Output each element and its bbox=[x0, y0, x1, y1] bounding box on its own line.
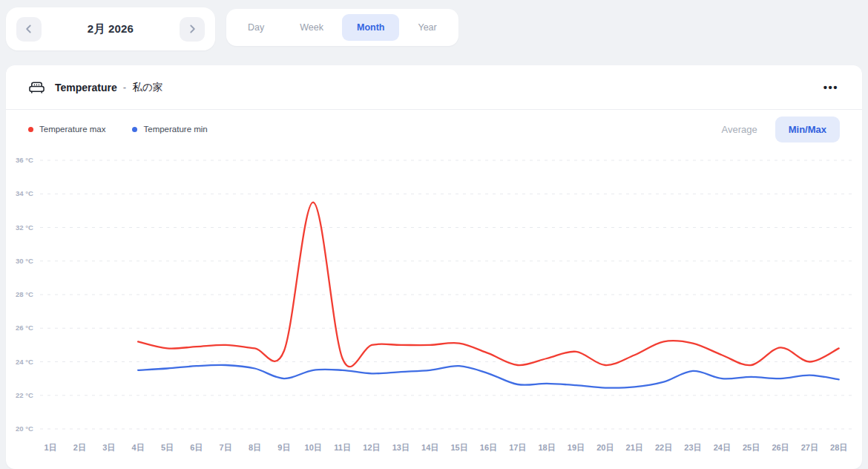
period-tabs: Day Week Month Year bbox=[226, 9, 458, 46]
svg-text:21日: 21日 bbox=[626, 443, 643, 452]
card-header: Temperature - 私の家 ••• bbox=[6, 65, 862, 110]
svg-text:19日: 19日 bbox=[568, 443, 585, 452]
more-options-button[interactable]: ••• bbox=[822, 81, 840, 94]
next-month-button[interactable] bbox=[180, 17, 205, 42]
svg-text:23日: 23日 bbox=[684, 443, 701, 452]
chevron-right-icon bbox=[187, 24, 197, 34]
svg-text:14日: 14日 bbox=[421, 443, 438, 452]
legend-dot-max bbox=[28, 127, 33, 132]
chevron-left-icon bbox=[24, 24, 34, 34]
svg-text:22日: 22日 bbox=[655, 443, 672, 452]
minmax-button[interactable]: Min/Max bbox=[775, 117, 840, 142]
legend-item-max: Temperature max bbox=[28, 125, 105, 134]
svg-text:15日: 15日 bbox=[450, 443, 467, 452]
svg-text:17日: 17日 bbox=[509, 443, 526, 452]
legend-dot-min bbox=[132, 127, 137, 132]
svg-text:11日: 11日 bbox=[334, 443, 351, 452]
svg-text:16日: 16日 bbox=[480, 443, 497, 452]
legend-label-max: Temperature max bbox=[39, 125, 105, 134]
prev-month-button[interactable] bbox=[16, 17, 42, 42]
svg-text:24日: 24日 bbox=[714, 443, 731, 452]
svg-text:4日: 4日 bbox=[132, 443, 145, 452]
date-navigator: 2月 2026 bbox=[6, 7, 215, 50]
temperature-chart: 36 °C34 °C32 °C30 °C28 °C26 °C24 °C22 °C… bbox=[6, 148, 862, 460]
svg-text:28日: 28日 bbox=[830, 443, 847, 452]
average-button[interactable]: Average bbox=[711, 117, 768, 142]
svg-text:10日: 10日 bbox=[305, 443, 322, 452]
svg-text:22 °C: 22 °C bbox=[16, 391, 33, 399]
svg-text:25日: 25日 bbox=[743, 443, 760, 452]
svg-text:34 °C: 34 °C bbox=[16, 189, 33, 197]
svg-text:18日: 18日 bbox=[538, 443, 555, 452]
top-bar: 2月 2026 Day Week Month Year bbox=[0, 0, 868, 50]
svg-text:8日: 8日 bbox=[249, 443, 261, 452]
view-toggle: Average Min/Max bbox=[711, 117, 840, 142]
svg-text:12日: 12日 bbox=[363, 443, 380, 452]
card-location: 私の家 bbox=[132, 81, 162, 94]
tab-month[interactable]: Month bbox=[342, 14, 399, 41]
svg-text:27日: 27日 bbox=[801, 443, 818, 452]
tab-year[interactable]: Year bbox=[401, 14, 453, 41]
legend-label-min: Temperature min bbox=[143, 125, 207, 134]
svg-text:32 °C: 32 °C bbox=[16, 223, 33, 232]
tab-week[interactable]: Week bbox=[283, 14, 341, 41]
svg-text:24 °C: 24 °C bbox=[16, 358, 33, 366]
svg-text:2日: 2日 bbox=[73, 443, 86, 452]
card-title: Temperature bbox=[55, 82, 117, 94]
svg-text:1日: 1日 bbox=[44, 443, 56, 452]
chart-controls: Temperature max Temperature min Average … bbox=[6, 110, 862, 148]
svg-text:13日: 13日 bbox=[392, 443, 410, 452]
svg-text:9日: 9日 bbox=[277, 443, 290, 452]
svg-text:36 °C: 36 °C bbox=[16, 156, 33, 164]
svg-text:6日: 6日 bbox=[190, 443, 203, 452]
svg-text:26日: 26日 bbox=[772, 443, 789, 452]
title-separator: - bbox=[123, 82, 126, 93]
chart-legend: Temperature max Temperature min bbox=[28, 125, 208, 134]
svg-text:7日: 7日 bbox=[220, 443, 232, 452]
chart-area: 36 °C34 °C32 °C30 °C28 °C26 °C24 °C22 °C… bbox=[6, 148, 862, 463]
svg-text:20日: 20日 bbox=[596, 443, 614, 452]
svg-text:28 °C: 28 °C bbox=[16, 290, 33, 298]
date-label: 2月 2026 bbox=[88, 22, 134, 36]
temperature-card: Temperature - 私の家 ••• Temperature max Te… bbox=[6, 65, 862, 469]
svg-text:5日: 5日 bbox=[161, 443, 174, 452]
sofa-icon bbox=[28, 80, 45, 95]
legend-item-min: Temperature min bbox=[132, 125, 207, 134]
svg-text:26 °C: 26 °C bbox=[16, 324, 33, 332]
svg-text:20 °C: 20 °C bbox=[16, 424, 33, 433]
svg-text:30 °C: 30 °C bbox=[16, 257, 33, 265]
svg-text:3日: 3日 bbox=[102, 443, 115, 452]
tab-day[interactable]: Day bbox=[231, 14, 281, 41]
